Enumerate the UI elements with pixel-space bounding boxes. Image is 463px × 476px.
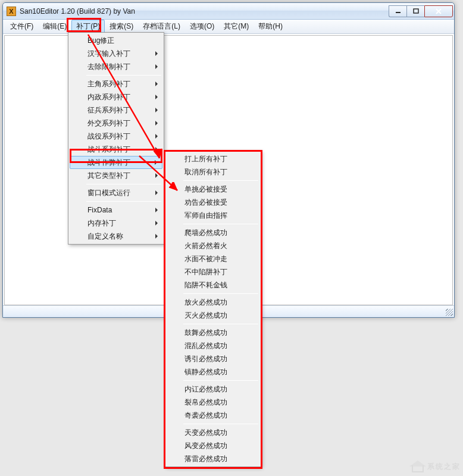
dropdown-item-label: 内存补丁 [87, 218, 116, 228]
dropdown-item-label: 战斗作弊补丁 [87, 158, 130, 168]
submenu-item[interactable]: 诱引必然成功 [167, 352, 259, 365]
submenu-item-label: 放火必然成功 [184, 298, 227, 308]
submenu-item[interactable]: 不中陷阱补丁 [167, 265, 259, 278]
submenu-item[interactable]: 裂帛必然成功 [167, 396, 259, 409]
resize-grip[interactable] [445, 308, 453, 316]
submenu-item-label: 火箭必然着火 [184, 241, 227, 251]
submenu-item[interactable]: 混乱必然成功 [167, 339, 259, 352]
menu-separator [86, 184, 161, 184]
submenu-arrow-icon [155, 134, 158, 139]
menu-separator [183, 224, 258, 224]
dropdown-item[interactable]: 自定义名称 [70, 230, 162, 243]
submenu-item-label: 天变必然成功 [184, 428, 227, 438]
menu-item-6[interactable]: 其它(M) [219, 20, 254, 33]
submenu-item-label: 风变必然成功 [184, 441, 227, 451]
dropdown-item[interactable]: 外交系列补丁 [70, 117, 162, 130]
submenu-item-label: 劝告必被接受 [184, 198, 227, 208]
menu-separator [183, 424, 258, 424]
dropdown-item-label: 战斗系列补丁 [87, 145, 130, 155]
submenu-arrow-icon [155, 95, 158, 99]
watermark: 系统之家 [411, 461, 461, 472]
submenu-item[interactable]: 军师自由指挥 [167, 209, 259, 222]
submenu-item-label: 落雷必然成功 [184, 454, 227, 464]
window-controls [389, 5, 453, 17]
menu-item-4[interactable]: 存档语言(L) [138, 20, 185, 33]
menu-item-5[interactable]: 选项(O) [185, 20, 219, 33]
submenu-item-label: 诱引必然成功 [184, 354, 227, 364]
menu-separator [183, 380, 258, 381]
submenu-arrow-icon [155, 82, 158, 86]
submenu-item-label: 军师自由指挥 [184, 211, 227, 221]
dropdown-item[interactable]: Bug修正 [70, 34, 162, 47]
submenu-item[interactable]: 放火必然成功 [167, 296, 259, 309]
submenu-item-label: 鼓舞必然成功 [184, 328, 227, 338]
svg-rect-1 [414, 9, 418, 13]
submenu-item[interactable]: 打上所有补丁 [167, 152, 259, 165]
submenu-arrow-icon [155, 108, 158, 112]
dropdown-item[interactable]: 去除限制补丁 [70, 60, 162, 73]
submenu-item-label: 灭火必然成功 [184, 311, 227, 321]
submenu-item-label: 内讧必然成功 [184, 384, 227, 394]
submenu-item[interactable]: 灭火必然成功 [167, 309, 259, 322]
menu-item-0[interactable]: 文件(F) [5, 20, 38, 33]
dropdown-item[interactable]: 其它类型补丁 [70, 169, 162, 182]
dropdown-item-label: 其它类型补丁 [87, 171, 130, 181]
dropdown-item-label: 征兵系列补丁 [87, 105, 130, 115]
dropdown-item[interactable]: 征兵系列补丁 [70, 104, 162, 117]
watermark-text: 系统之家 [427, 462, 461, 472]
menu-item-7[interactable]: 帮助(H) [254, 20, 287, 33]
dropdown-item-label: 外交系列补丁 [87, 118, 130, 129]
submenu-item[interactable]: 爬墙必然成功 [167, 226, 259, 239]
maximize-button[interactable] [406, 5, 424, 17]
dropdown-item[interactable]: 内政系列补丁 [70, 90, 162, 104]
submenu-arrow-icon [155, 221, 158, 226]
window-title: San10Editor 1.20 (Build 827) by Van [20, 7, 389, 15]
submenu-item[interactable]: 天变必然成功 [167, 426, 259, 439]
submenu-arrow-icon [155, 160, 157, 165]
submenu-item[interactable]: 鼓舞必然成功 [167, 326, 259, 339]
dropdown-item-label: 主角系列补丁 [87, 79, 130, 89]
dropdown-item[interactable]: 战役系列补丁 [70, 130, 162, 143]
dropdown-item[interactable]: 战斗作弊补丁 [70, 156, 162, 169]
combat-cheat-submenu: 打上所有补丁取消所有补丁单挑必被接受劝告必被接受军师自由指挥爬墙必然成功火箭必然… [165, 151, 261, 467]
patch-dropdown-menu: Bug修正汉字输入补丁去除限制补丁主角系列补丁内政系列补丁征兵系列补丁外交系列补… [68, 32, 164, 245]
submenu-item[interactable]: 劝告必被接受 [167, 196, 259, 209]
dropdown-item[interactable]: 窗口模式运行 [70, 186, 162, 199]
minimize-button[interactable] [389, 5, 406, 17]
submenu-item[interactable]: 单挑必被接受 [167, 183, 259, 196]
dropdown-item[interactable]: FixData [70, 203, 162, 217]
submenu-item-label: 奇袭必然成功 [184, 411, 227, 421]
titlebar[interactable]: X San10Editor 1.20 (Build 827) by Van [3, 3, 454, 20]
close-button[interactable] [424, 5, 453, 17]
dropdown-item-label: 窗口模式运行 [87, 188, 130, 198]
menu-separator [183, 324, 258, 324]
dropdown-item[interactable]: 内存补丁 [70, 217, 162, 230]
submenu-item[interactable]: 陷阱不耗金钱 [167, 278, 259, 292]
submenu-item-label: 混乱必然成功 [184, 341, 227, 351]
submenu-item[interactable]: 奇袭必然成功 [167, 409, 259, 422]
menu-separator [183, 293, 258, 294]
menu-separator [183, 180, 258, 181]
dropdown-item[interactable]: 战斗系列补丁 [70, 143, 162, 156]
dropdown-item[interactable]: 主角系列补丁 [70, 77, 162, 90]
submenu-item-label: 水面不被冲走 [184, 254, 227, 264]
menu-item-2[interactable]: 补丁(P) [71, 20, 105, 33]
submenu-item-label: 不中陷阱补丁 [184, 267, 227, 277]
submenu-item[interactable]: 取消所有补丁 [167, 165, 259, 178]
submenu-arrow-icon [155, 51, 158, 56]
menu-separator [86, 201, 161, 202]
submenu-arrow-icon [155, 147, 158, 152]
menu-item-1[interactable]: 编辑(E) [38, 20, 71, 33]
dropdown-item-label: 去除限制补丁 [87, 62, 130, 72]
submenu-arrow-icon [155, 64, 158, 69]
submenu-item[interactable]: 镇静必然成功 [167, 365, 259, 378]
submenu-item-label: 爬墙必然成功 [184, 228, 227, 238]
submenu-item[interactable]: 风变必然成功 [167, 439, 259, 452]
submenu-item[interactable]: 水面不被冲走 [167, 252, 259, 265]
submenu-item[interactable]: 内讧必然成功 [167, 383, 259, 396]
submenu-item[interactable]: 火箭必然着火 [167, 239, 259, 252]
dropdown-item[interactable]: 汉字输入补丁 [70, 47, 162, 60]
menu-item-3[interactable]: 搜索(S) [105, 20, 138, 33]
submenu-item-label: 裂帛必然成功 [184, 397, 227, 408]
submenu-item[interactable]: 落雷必然成功 [167, 452, 259, 465]
